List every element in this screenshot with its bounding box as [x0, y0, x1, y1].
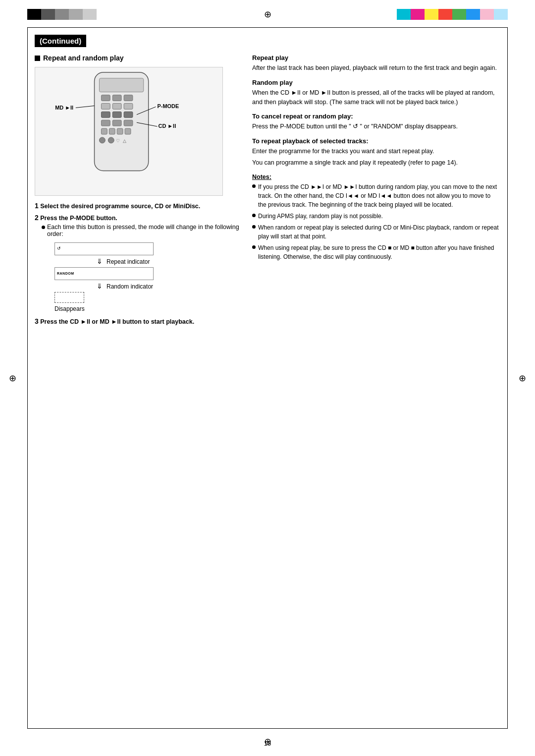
note-item-4: When using repeat play, be sure to press… — [252, 243, 500, 261]
repeat-play-heading: Repeat play — [252, 54, 500, 61]
svg-rect-19 — [108, 137, 114, 143]
notes-heading: Notes: — [252, 174, 500, 180]
svg-text:MD ►II: MD ►II — [55, 105, 73, 111]
repeat-indicator-label: Repeat indicator — [107, 258, 150, 265]
step-2-bullet: Each time this button is pressed, the mo… — [42, 224, 240, 237]
disappears-box — [54, 292, 84, 303]
step-2-text: Press the P-MODE button. — [40, 215, 117, 222]
svg-text:♡: ♡ — [116, 138, 120, 143]
display-diagram: ↺ ⇓ Repeat indicator RANDOM ⇓ Ran — [40, 242, 203, 312]
repeat-play-text: After the last track has been played, pl… — [252, 63, 500, 73]
step-1-text: Select the desired programme source, CD … — [40, 203, 200, 210]
note-bullet-2 — [252, 214, 256, 217]
repeat-play-section: Repeat play After the last track has bee… — [252, 54, 500, 73]
svg-rect-3 — [112, 95, 121, 101]
svg-rect-10 — [124, 112, 133, 117]
page-number: 15 — [264, 740, 271, 747]
repeat-indicator-box: ↺ — [54, 242, 154, 255]
svg-text:P-MODE: P-MODE — [158, 103, 179, 109]
note-text-3: When random or repeat play is selected d… — [258, 223, 500, 241]
step-1-number: 1 — [35, 202, 39, 210]
svg-rect-15 — [109, 128, 115, 134]
trim-line-bottom — [27, 728, 508, 729]
step-2-sub: Each time this button is pressed, the mo… — [42, 224, 240, 237]
registration-mark-left: ⊕ — [9, 373, 16, 384]
svg-rect-9 — [112, 112, 121, 117]
svg-rect-13 — [124, 120, 133, 126]
note-text-1: If you press the CD ►►I or MD ►►I button… — [258, 182, 500, 209]
color-bars-right — [397, 9, 508, 20]
svg-rect-5 — [101, 103, 110, 109]
svg-text:△: △ — [123, 138, 126, 143]
left-column: Repeat and random play — [35, 54, 240, 325]
note-text-2: During APMS play, random play is not pos… — [258, 212, 383, 221]
random-indicator-box: RANDOM — [54, 267, 154, 280]
repeat-selected-section: To repeat playback of selected tracks: E… — [252, 137, 500, 168]
remote-control-image: ♡ △ P-MODE MD ►II CD ►II — [35, 67, 223, 196]
trim-line-left — [27, 27, 28, 729]
note-item-1: If you press the CD ►►I or MD ►►I button… — [252, 182, 500, 209]
color-bars-left — [27, 9, 97, 20]
main-layout: Repeat and random play — [35, 54, 500, 325]
step-2-bullet-text: Each time this button is pressed, the mo… — [47, 224, 240, 237]
section-title: Repeat and random play — [35, 54, 240, 62]
random-play-section: Random play When the CD ►II or MD ►II bu… — [252, 79, 500, 107]
step-3-number: 3 — [35, 317, 39, 325]
svg-rect-4 — [124, 95, 133, 101]
disappears-label: Disappears — [54, 305, 85, 312]
step-1: 1 Select the desired programme source, C… — [35, 202, 240, 210]
section-title-icon — [35, 56, 40, 61]
svg-rect-2 — [101, 95, 110, 101]
right-column: Repeat play After the last track has bee… — [252, 54, 500, 325]
trim-line-top — [27, 27, 508, 28]
remote-svg: ♡ △ P-MODE MD ►II CD ►II — [35, 67, 222, 195]
note-item-2: During APMS play, random play is not pos… — [252, 212, 500, 221]
cancel-section: To cancel repeat or random play: Press t… — [252, 113, 500, 131]
svg-rect-6 — [112, 103, 121, 109]
registration-mark-right: ⊕ — [519, 373, 526, 384]
cancel-heading: To cancel repeat or random play: — [252, 113, 500, 120]
svg-rect-18 — [99, 137, 105, 143]
repeat-selected-text2: You can programme a single track and pla… — [252, 158, 500, 168]
svg-rect-12 — [112, 120, 121, 126]
note-item-3: When random or repeat play is selected d… — [252, 223, 500, 241]
svg-rect-8 — [101, 112, 110, 117]
svg-rect-1 — [99, 78, 143, 92]
svg-rect-7 — [124, 103, 133, 109]
repeat-selected-text1: Enter the programme for the tracks you w… — [252, 147, 500, 156]
random-indicator-label: Random indicator — [107, 283, 153, 290]
random-play-heading: Random play — [252, 79, 500, 86]
svg-rect-11 — [101, 120, 110, 126]
svg-rect-16 — [117, 128, 123, 134]
random-play-text: When the CD ►II or MD ►II button is pres… — [252, 88, 500, 107]
continued-header: (Continued) — [35, 35, 86, 47]
section-title-text: Repeat and random play — [43, 54, 124, 62]
bullet-icon — [42, 226, 45, 229]
svg-line-24 — [76, 106, 95, 108]
repeat-selected-heading: To repeat playback of selected tracks: — [252, 137, 500, 145]
svg-text:CD ►II: CD ►II — [159, 123, 176, 129]
trim-line-right — [507, 27, 508, 729]
notes-section: Notes: If you press the CD ►►I or MD ►►I… — [252, 174, 500, 261]
svg-rect-17 — [125, 128, 131, 134]
cancel-text: Press the P-MODE button until the " ↺ " … — [252, 122, 500, 131]
step-2: 2 Press the P-MODE button. Each time thi… — [35, 214, 240, 237]
step-3: 3 Press the CD ►II or MD ►II button to s… — [35, 317, 240, 325]
page-content: (Continued) Repeat and random play — [35, 35, 500, 721]
note-bullet-1 — [252, 184, 256, 188]
note-bullet-4 — [252, 245, 256, 249]
step-3-text: Press the CD ►II or MD ►II button to sta… — [40, 318, 194, 325]
note-bullet-3 — [252, 225, 256, 229]
svg-rect-14 — [101, 128, 107, 134]
registration-mark-top: ⊕ — [264, 9, 271, 20]
note-text-4: When using repeat play, be sure to press… — [258, 243, 500, 261]
step-2-number: 2 — [35, 214, 39, 222]
